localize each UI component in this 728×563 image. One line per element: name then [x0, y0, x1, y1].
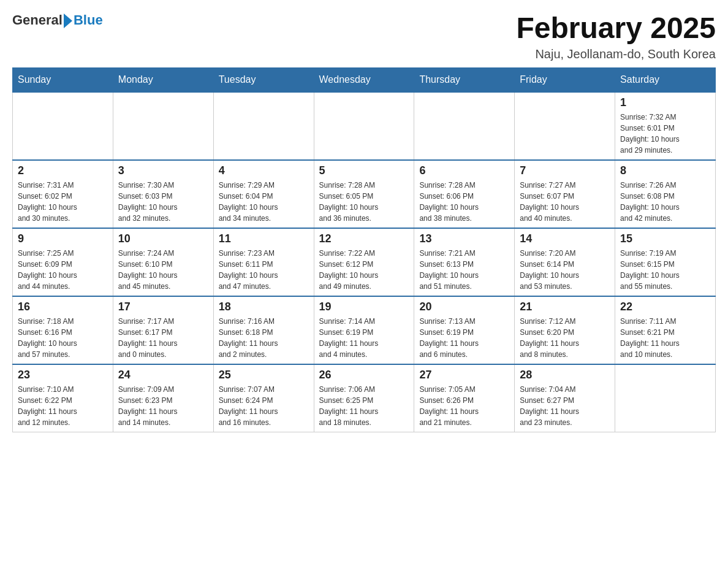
day-number: 3 [118, 164, 208, 177]
week-row-5: 23Sunrise: 7:10 AM Sunset: 6:22 PM Dayli… [13, 364, 716, 432]
day-cell: 8Sunrise: 7:26 AM Sunset: 6:08 PM Daylig… [615, 160, 716, 228]
day-info: Sunrise: 7:30 AM Sunset: 6:03 PM Dayligh… [118, 180, 208, 224]
day-cell: 9Sunrise: 7:25 AM Sunset: 6:09 PM Daylig… [13, 228, 113, 296]
day-number: 8 [620, 164, 710, 177]
day-info: Sunrise: 7:26 AM Sunset: 6:08 PM Dayligh… [620, 180, 710, 224]
column-header-thursday: Thursday [414, 67, 515, 92]
day-info: Sunrise: 7:28 AM Sunset: 6:05 PM Dayligh… [319, 180, 409, 224]
column-header-wednesday: Wednesday [314, 67, 414, 92]
day-cell: 12Sunrise: 7:22 AM Sunset: 6:12 PM Dayli… [314, 228, 414, 296]
day-number: 23 [18, 369, 108, 381]
day-info: Sunrise: 7:28 AM Sunset: 6:06 PM Dayligh… [419, 180, 509, 224]
day-info: Sunrise: 7:22 AM Sunset: 6:12 PM Dayligh… [319, 248, 409, 292]
day-cell: 23Sunrise: 7:10 AM Sunset: 6:22 PM Dayli… [13, 364, 113, 432]
day-number: 12 [319, 232, 409, 245]
day-number: 16 [18, 301, 108, 313]
day-number: 13 [419, 232, 509, 245]
day-cell: 26Sunrise: 7:06 AM Sunset: 6:25 PM Dayli… [314, 364, 414, 432]
day-number: 27 [419, 369, 509, 381]
day-number: 10 [118, 232, 208, 245]
day-cell: 11Sunrise: 7:23 AM Sunset: 6:11 PM Dayli… [213, 228, 314, 296]
day-info: Sunrise: 7:23 AM Sunset: 6:11 PM Dayligh… [219, 248, 309, 292]
day-cell [314, 92, 414, 160]
day-number: 17 [118, 301, 208, 313]
day-number: 18 [219, 301, 309, 313]
day-number: 26 [319, 369, 409, 381]
day-cell: 5Sunrise: 7:28 AM Sunset: 6:05 PM Daylig… [314, 160, 414, 228]
day-cell: 24Sunrise: 7:09 AM Sunset: 6:23 PM Dayli… [113, 364, 213, 432]
day-cell: 3Sunrise: 7:30 AM Sunset: 6:03 PM Daylig… [113, 160, 213, 228]
week-row-1: 1Sunrise: 7:32 AM Sunset: 6:01 PM Daylig… [13, 92, 716, 160]
day-info: Sunrise: 7:24 AM Sunset: 6:10 PM Dayligh… [118, 248, 208, 292]
day-info: Sunrise: 7:19 AM Sunset: 6:15 PM Dayligh… [620, 248, 710, 292]
day-number: 7 [520, 164, 610, 177]
column-header-tuesday: Tuesday [213, 67, 314, 92]
day-info: Sunrise: 7:32 AM Sunset: 6:01 PM Dayligh… [620, 112, 710, 156]
day-info: Sunrise: 7:12 AM Sunset: 6:20 PM Dayligh… [520, 316, 610, 360]
logo: General Blue [12, 12, 103, 28]
day-info: Sunrise: 7:21 AM Sunset: 6:13 PM Dayligh… [419, 248, 509, 292]
day-info: Sunrise: 7:20 AM Sunset: 6:14 PM Dayligh… [520, 248, 610, 292]
day-cell: 1Sunrise: 7:32 AM Sunset: 6:01 PM Daylig… [615, 92, 716, 160]
day-number: 11 [219, 232, 309, 245]
day-cell [414, 92, 515, 160]
day-cell: 16Sunrise: 7:18 AM Sunset: 6:16 PM Dayli… [13, 296, 113, 364]
day-cell: 27Sunrise: 7:05 AM Sunset: 6:26 PM Dayli… [414, 364, 515, 432]
day-cell [13, 92, 113, 160]
logo-arrow-icon [64, 13, 72, 28]
column-header-monday: Monday [113, 67, 213, 92]
day-cell: 7Sunrise: 7:27 AM Sunset: 6:07 PM Daylig… [515, 160, 615, 228]
day-info: Sunrise: 7:10 AM Sunset: 6:22 PM Dayligh… [18, 384, 108, 428]
day-cell: 22Sunrise: 7:11 AM Sunset: 6:21 PM Dayli… [615, 296, 716, 364]
calendar-subtitle: Naju, Jeollanam-do, South Korea [516, 47, 716, 61]
day-info: Sunrise: 7:11 AM Sunset: 6:21 PM Dayligh… [620, 316, 710, 360]
day-number: 1 [620, 96, 710, 109]
day-info: Sunrise: 7:05 AM Sunset: 6:26 PM Dayligh… [419, 384, 509, 428]
day-cell: 18Sunrise: 7:16 AM Sunset: 6:18 PM Dayli… [213, 296, 314, 364]
day-cell [615, 364, 716, 432]
day-number: 9 [18, 232, 108, 245]
day-number: 22 [620, 301, 710, 313]
day-info: Sunrise: 7:09 AM Sunset: 6:23 PM Dayligh… [118, 384, 208, 428]
day-cell: 20Sunrise: 7:13 AM Sunset: 6:19 PM Dayli… [414, 296, 515, 364]
day-number: 20 [419, 301, 509, 313]
day-number: 25 [219, 369, 309, 381]
day-cell: 15Sunrise: 7:19 AM Sunset: 6:15 PM Dayli… [615, 228, 716, 296]
day-info: Sunrise: 7:16 AM Sunset: 6:18 PM Dayligh… [219, 316, 309, 360]
calendar-title: February 2025 [516, 12, 716, 45]
day-cell: 14Sunrise: 7:20 AM Sunset: 6:14 PM Dayli… [515, 228, 615, 296]
day-info: Sunrise: 7:17 AM Sunset: 6:17 PM Dayligh… [118, 316, 208, 360]
day-info: Sunrise: 7:07 AM Sunset: 6:24 PM Dayligh… [219, 384, 309, 428]
day-cell: 28Sunrise: 7:04 AM Sunset: 6:27 PM Dayli… [515, 364, 615, 432]
column-header-sunday: Sunday [13, 67, 113, 92]
day-number: 5 [319, 164, 409, 177]
day-number: 15 [620, 232, 710, 245]
day-cell: 17Sunrise: 7:17 AM Sunset: 6:17 PM Dayli… [113, 296, 213, 364]
calendar-header-row: SundayMondayTuesdayWednesdayThursdayFrid… [13, 67, 716, 92]
day-number: 6 [419, 164, 509, 177]
day-info: Sunrise: 7:04 AM Sunset: 6:27 PM Dayligh… [520, 384, 610, 428]
day-info: Sunrise: 7:25 AM Sunset: 6:09 PM Dayligh… [18, 248, 108, 292]
day-number: 24 [118, 369, 208, 381]
logo-general-text: General [12, 12, 63, 28]
day-number: 4 [219, 164, 309, 177]
day-info: Sunrise: 7:06 AM Sunset: 6:25 PM Dayligh… [319, 384, 409, 428]
day-cell [213, 92, 314, 160]
week-row-3: 9Sunrise: 7:25 AM Sunset: 6:09 PM Daylig… [13, 228, 716, 296]
title-section: February 2025 Naju, Jeollanam-do, South … [516, 12, 716, 61]
day-cell: 25Sunrise: 7:07 AM Sunset: 6:24 PM Dayli… [213, 364, 314, 432]
logo-blue-text: Blue [74, 12, 103, 28]
day-info: Sunrise: 7:13 AM Sunset: 6:19 PM Dayligh… [419, 316, 509, 360]
day-cell: 6Sunrise: 7:28 AM Sunset: 6:06 PM Daylig… [414, 160, 515, 228]
day-number: 21 [520, 301, 610, 313]
day-cell: 21Sunrise: 7:12 AM Sunset: 6:20 PM Dayli… [515, 296, 615, 364]
day-number: 2 [18, 164, 108, 177]
week-row-4: 16Sunrise: 7:18 AM Sunset: 6:16 PM Dayli… [13, 296, 716, 364]
column-header-saturday: Saturday [615, 67, 716, 92]
day-cell: 2Sunrise: 7:31 AM Sunset: 6:02 PM Daylig… [13, 160, 113, 228]
page-header: General Blue February 2025 Naju, Jeollan… [12, 12, 716, 61]
day-cell: 4Sunrise: 7:29 AM Sunset: 6:04 PM Daylig… [213, 160, 314, 228]
day-number: 14 [520, 232, 610, 245]
column-header-friday: Friday [515, 67, 615, 92]
day-cell [113, 92, 213, 160]
